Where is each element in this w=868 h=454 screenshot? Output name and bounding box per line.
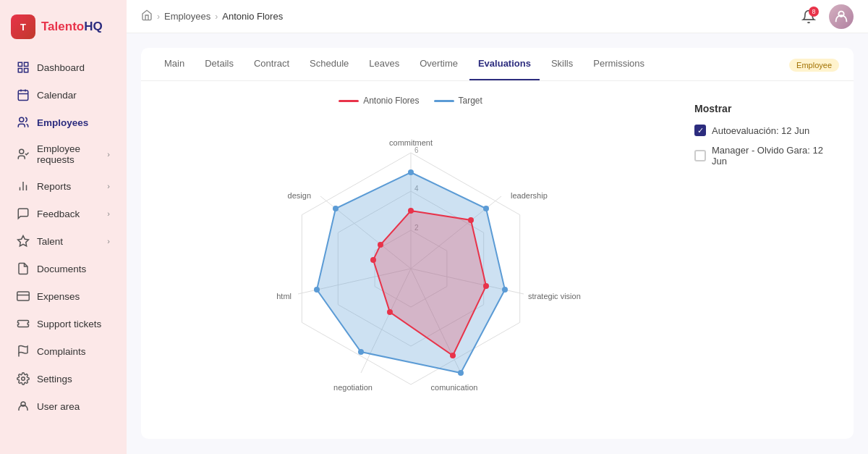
employee-card: Main Details Contract Schedule Leaves Ov… (141, 48, 854, 439)
sidebar-item-expenses[interactable]: Expenses (6, 283, 121, 309)
legend-target-label: Target (459, 96, 482, 106)
ticket-icon (17, 317, 30, 330)
axis-label-html: html (276, 292, 292, 300)
breadcrumb-employees[interactable]: Employees (164, 11, 210, 22)
sidebar-item-employees[interactable]: Employees (6, 109, 121, 135)
mostrar-panel: Mostrar Autoevaluación: 12 Jun Manager -… (680, 96, 839, 424)
mostrar-label-manager: Manager - Olvido Gara: 12 Jun (712, 145, 825, 167)
sidebar-label-dashboard: Dashboard (37, 62, 110, 73)
sidebar-item-feedback[interactable]: Feedback › (6, 201, 121, 227)
tab-details[interactable]: Details (196, 48, 242, 80)
svg-text:6: 6 (414, 146, 419, 154)
chevron-right-icon4: › (107, 237, 110, 245)
sidebar: T TalentoHQ Dashboard Calendar Employees… (0, 0, 127, 454)
calendar-icon (17, 88, 30, 101)
tab-overtime[interactable]: Overtime (411, 48, 467, 80)
axis-label-commitment: commitment (389, 138, 433, 147)
people-icon (17, 116, 30, 129)
evaluations-chart-area: Antonio Flores Target (141, 81, 854, 439)
axis-label-design: design (287, 191, 310, 200)
topbar: › Employees › Antonio Flores 8 (127, 0, 868, 33)
svg-rect-1 (25, 62, 28, 66)
svg-point-36 (458, 370, 464, 376)
mostrar-item-manager: Manager - Olvido Gara: 12 Jun (694, 145, 825, 167)
notification-badge: 8 (809, 7, 819, 17)
sidebar-label-complaints: Complaints (37, 346, 110, 357)
svg-point-45 (370, 257, 376, 263)
sidebar-item-support-tickets[interactable]: Support tickets (6, 311, 121, 337)
sidebar-item-user-area[interactable]: User area (6, 393, 121, 419)
breadcrumb-home-icon[interactable] (141, 9, 153, 23)
svg-rect-0 (18, 62, 22, 66)
sidebar-label-user-area: User area (37, 401, 110, 412)
radar-chart-svg: /* This is static SVG computed below */ (187, 113, 635, 424)
sidebar-label-employees: Employees (37, 117, 110, 128)
svg-point-40 (408, 208, 414, 214)
tab-leaves[interactable]: Leaves (360, 48, 408, 80)
sidebar-label-talent: Talent (37, 236, 100, 247)
svg-point-44 (387, 309, 393, 315)
sidebar-item-complaints[interactable]: Complaints (6, 338, 121, 364)
sidebar-item-talent[interactable]: Talent › (6, 228, 121, 254)
svg-point-39 (333, 206, 339, 211)
logo-icon: T (11, 14, 35, 39)
svg-point-42 (483, 283, 489, 289)
legend-antonio-label: Antonio Flores (363, 96, 419, 106)
card-icon (17, 290, 30, 303)
mostrar-label-autoevaluacion: Autoevaluación: 12 Jun (712, 125, 809, 136)
tab-schedule[interactable]: Schedule (301, 48, 357, 80)
notifications-button[interactable]: 8 (797, 5, 820, 28)
sidebar-item-dashboard[interactable]: Dashboard (6, 54, 121, 80)
flag-icon (17, 345, 30, 358)
tab-evaluations[interactable]: Evaluations (469, 48, 540, 80)
svg-point-35 (502, 287, 508, 293)
sidebar-label-settings: Settings (37, 374, 110, 384)
breadcrumb-sep1: › (157, 12, 160, 22)
tab-contract[interactable]: Contract (245, 48, 298, 80)
tabs-row: Main Details Contract Schedule Leaves Ov… (141, 48, 854, 81)
sidebar-item-documents[interactable]: Documents (6, 256, 121, 282)
svg-point-17 (22, 377, 25, 381)
legend-antonio: Antonio Flores (339, 96, 419, 106)
sidebar-label-reports: Reports (37, 181, 100, 192)
axis-label-negotiation: negotiation (333, 383, 373, 392)
employee-badge: Employee (789, 59, 839, 72)
chart-icon (17, 180, 30, 193)
star-icon (17, 235, 30, 248)
svg-rect-2 (18, 69, 22, 72)
main-content: › Employees › Antonio Flores 8 Main Deta… (127, 0, 868, 454)
logo: T TalentoHQ (0, 7, 127, 54)
logo-hq: HQ (84, 20, 103, 33)
user-icon (17, 400, 30, 413)
svg-point-33 (408, 169, 414, 175)
tab-main[interactable]: Main (156, 48, 193, 80)
radar-chart-container: Antonio Flores Target (156, 96, 665, 424)
sidebar-label-calendar: Calendar (37, 90, 110, 101)
breadcrumb-current: Antonio Flores (222, 11, 283, 22)
svg-rect-4 (18, 91, 28, 101)
sidebar-label-feedback: Feedback (37, 209, 100, 219)
svg-point-9 (20, 149, 24, 154)
tab-skills[interactable]: Skills (542, 48, 582, 80)
checkbox-autoevaluacion[interactable] (694, 125, 706, 136)
sidebar-label-documents: Documents (37, 264, 110, 274)
svg-point-46 (378, 242, 383, 248)
chevron-right-icon3: › (107, 209, 110, 218)
sidebar-item-employee-requests[interactable]: Employee requests › (6, 137, 121, 172)
sidebar-item-reports[interactable]: Reports › (6, 173, 121, 199)
sidebar-item-calendar[interactable]: Calendar (6, 82, 121, 108)
axis-label-comunication: comunication (430, 383, 477, 392)
checkbox-manager[interactable] (694, 150, 706, 161)
sidebar-item-settings[interactable]: Settings (6, 366, 121, 392)
radar-svg-wrapper: /* This is static SVG computed below */ (156, 113, 665, 424)
breadcrumb: › Employees › Antonio Flores (141, 9, 283, 23)
chevron-right-icon: › (107, 150, 110, 159)
breadcrumb-sep2: › (215, 12, 218, 22)
svg-point-41 (468, 217, 474, 223)
legend-blue-line (434, 100, 454, 102)
legend-target: Target (434, 96, 482, 106)
tab-permissions[interactable]: Permissions (584, 48, 653, 80)
sidebar-label-support-tickets: Support tickets (37, 319, 110, 329)
avatar[interactable] (829, 4, 854, 29)
svg-rect-14 (17, 292, 30, 300)
